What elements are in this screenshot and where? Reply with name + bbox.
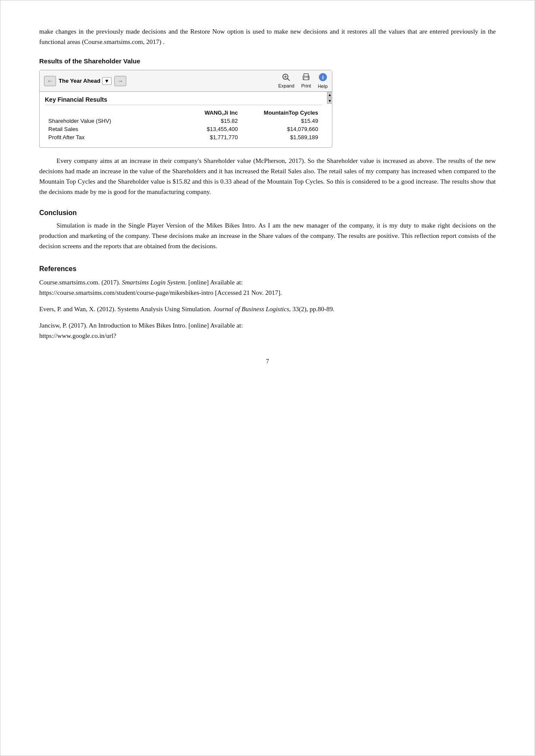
row-mountain-value: $1,589,189: [241, 133, 322, 141]
ref3-url: https://www.google.co.in/url?: [39, 332, 116, 339]
section-heading-shareholder: Results of the Shareholder Value: [39, 57, 496, 65]
ref1-italic: Smartsims Login System: [122, 279, 185, 286]
svg-rect-5: [304, 78, 308, 80]
help-label: Help: [318, 84, 328, 89]
ref2-text: Evers, P. and Wan, X. (2012). Systems An…: [39, 306, 213, 312]
row-label: Shareholder Value (SHV): [45, 117, 161, 125]
kfr-table: WANG,Ji Inc MountainTop Cycles Sharehold…: [45, 109, 322, 141]
row-label: Profit After Tax: [45, 133, 161, 141]
svg-rect-7: [304, 74, 308, 76]
references-heading: References: [39, 265, 496, 273]
svg-text:i: i: [322, 74, 324, 81]
widget-toolbar-left: ← The Year Ahead ▼ →: [44, 76, 126, 86]
row-mountain-value: $15.49: [241, 117, 322, 125]
table-row: Profit After Tax$1,771,770$1,589,189: [45, 133, 322, 141]
scroll-track: ▲ ▼: [327, 92, 332, 104]
help-button[interactable]: i Help: [318, 73, 328, 89]
year-selector: The Year Ahead ▼: [59, 77, 112, 85]
forward-button[interactable]: →: [114, 76, 126, 86]
row-wang-value: $1,771,770: [161, 133, 241, 141]
widget-inner-wrap: Key Financial Results WANG,Ji Inc Mounta…: [40, 92, 332, 147]
kfr-heading: Key Financial Results: [45, 96, 322, 105]
ref2-italic: Journal of Business Logistics: [213, 306, 289, 312]
page-number: 7: [39, 358, 496, 365]
ref1-url: https://course.smartsims.com/student/cou…: [39, 289, 282, 296]
row-wang-value: $15.82: [161, 117, 241, 125]
widget-toolbar-right: Expand Print: [278, 73, 328, 89]
svg-point-8: [308, 77, 309, 78]
table-row: Shareholder Value (SHV)$15.82$15.49: [45, 117, 322, 125]
help-icon: i: [319, 73, 327, 83]
scroll-up-arrow[interactable]: ▲: [327, 92, 332, 98]
body-paragraph-3: Simulation is made in the Single Player …: [39, 220, 496, 251]
financial-widget: ← The Year Ahead ▼ →: [39, 70, 332, 148]
row-mountain-value: $14,079,660: [241, 125, 322, 133]
col-wang-header: WANG,Ji Inc: [161, 109, 241, 117]
widget-content-area: Key Financial Results WANG,Ji Inc Mounta…: [40, 92, 327, 147]
body-paragraph-2: Every company aims at an increase in the…: [39, 156, 496, 197]
table-row: Retail Sales$13,455,400$14,079,660: [45, 125, 322, 133]
ref2-end: , 33(2), pp.80-89.: [289, 306, 335, 312]
col-mountain-header: MountainTop Cycles: [241, 109, 322, 117]
widget-body: Key Financial Results WANG,Ji Inc Mounta…: [40, 92, 327, 147]
svg-line-1: [287, 78, 290, 81]
reference-3: Jancisw, P. (2017). An Introduction to M…: [39, 320, 496, 341]
print-icon: [302, 73, 310, 82]
row-label: Retail Sales: [45, 125, 161, 133]
expand-button[interactable]: Expand: [278, 73, 294, 88]
conclusion-heading: Conclusion: [39, 209, 496, 217]
scroll-down-arrow[interactable]: ▼: [327, 98, 332, 104]
ref3-text: Jancisw, P. (2017). An Introduction to M…: [39, 322, 243, 329]
widget-toolbar: ← The Year Ahead ▼ →: [40, 70, 332, 92]
expand-label: Expand: [278, 83, 294, 88]
year-dropdown[interactable]: ▼: [102, 77, 112, 85]
reference-2: Evers, P. and Wan, X. (2012). Systems An…: [39, 304, 496, 314]
ref1-plain2: . [online] Available at:: [185, 279, 243, 286]
print-label: Print: [301, 83, 311, 88]
ref1-plain: Course.smartsims.com. (2017).: [39, 279, 122, 286]
print-button[interactable]: Print: [301, 73, 311, 88]
document-page: make changes in the previously made deci…: [0, 0, 535, 756]
expand-icon: [282, 73, 291, 82]
row-wang-value: $13,455,400: [161, 125, 241, 133]
reference-1: Course.smartsims.com. (2017). Smartsims …: [39, 277, 496, 298]
body-paragraph-1: make changes in the previously made deci…: [39, 26, 496, 47]
col-label-header: [45, 109, 161, 117]
back-button[interactable]: ←: [44, 76, 56, 86]
kfr-table-header: WANG,Ji Inc MountainTop Cycles: [45, 109, 322, 117]
year-label: The Year Ahead: [59, 78, 100, 84]
